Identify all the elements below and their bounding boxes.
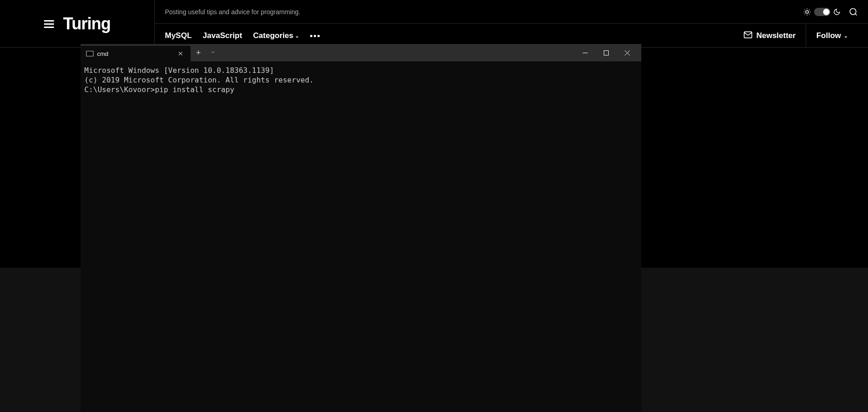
svg-line-4 <box>809 14 809 14</box>
svg-line-7 <box>805 14 805 14</box>
maximize-button[interactable] <box>595 46 617 60</box>
chevron-down-icon: ⌄ <box>295 33 299 39</box>
minimize-button[interactable] <box>574 46 595 60</box>
nav-item-mysql[interactable]: MySQL <box>165 31 192 40</box>
nav-right: Newsletter Follow ⌄ <box>733 24 858 48</box>
theme-toggle-switch[interactable] <box>814 8 830 16</box>
terminal-window: cmd ✕ + Microsoft Windows [Ver <box>81 44 641 412</box>
header-left: Turing <box>0 0 155 48</box>
svg-line-8 <box>809 9 809 10</box>
terminal-line: Microsoft Windows [Version 10.0.18363.11… <box>84 66 638 76</box>
terminal-tab-cmd[interactable]: cmd ✕ <box>81 46 191 61</box>
site-logo[interactable]: Turing <box>63 14 110 33</box>
nav-left: MySQL JavaScript Categories ⌄ <box>165 31 320 40</box>
svg-point-9 <box>850 8 856 14</box>
tab-dropdown-icon[interactable] <box>207 49 219 56</box>
moon-icon <box>833 8 841 16</box>
svg-rect-12 <box>583 53 588 53</box>
svg-point-0 <box>806 11 808 13</box>
terminal-tabs: cmd ✕ + <box>81 44 219 61</box>
site-header: Turing Posting useful tips and advice fo… <box>0 0 868 48</box>
tagline-row: Posting useful tips and advice for progr… <box>155 0 868 24</box>
follow-label: Follow <box>816 31 841 40</box>
more-menu-icon[interactable] <box>310 35 320 37</box>
tagline-text: Posting useful tips and advice for progr… <box>165 8 300 16</box>
newsletter-label: Newsletter <box>756 31 796 40</box>
tab-close-icon[interactable]: ✕ <box>176 49 185 58</box>
new-tab-button[interactable]: + <box>191 48 207 58</box>
mail-icon <box>743 30 753 42</box>
svg-line-10 <box>855 13 857 15</box>
tab-title: cmd <box>97 50 109 57</box>
theme-toggle <box>803 8 841 16</box>
nav-label: Categories <box>253 31 294 40</box>
nav-item-javascript[interactable]: JavaScript <box>203 31 242 40</box>
svg-rect-13 <box>604 50 608 55</box>
window-controls <box>574 46 638 60</box>
nav-label: JavaScript <box>203 31 242 40</box>
header-main: Posting useful tips and advice for progr… <box>155 0 868 48</box>
terminal-line: C:\Users\Kovoor>pip install scrapy <box>84 85 638 95</box>
sun-icon <box>803 8 811 16</box>
terminal-body[interactable]: Microsoft Windows [Version 10.0.18363.11… <box>81 61 641 412</box>
follow-button[interactable]: Follow ⌄ <box>806 24 858 48</box>
nav-item-categories[interactable]: Categories ⌄ <box>253 31 300 40</box>
chevron-down-icon: ⌄ <box>844 33 848 39</box>
newsletter-button[interactable]: Newsletter <box>733 24 806 48</box>
cmd-icon <box>86 51 93 56</box>
search-icon[interactable] <box>849 7 858 16</box>
close-button[interactable] <box>617 46 638 60</box>
terminal-titlebar[interactable]: cmd ✕ + <box>81 44 641 61</box>
tagline-right <box>803 7 858 16</box>
terminal-line: (c) 2019 Microsoft Corporation. All righ… <box>84 76 638 85</box>
nav-label: MySQL <box>165 31 192 40</box>
hamburger-icon[interactable] <box>44 20 54 28</box>
svg-line-3 <box>805 9 805 10</box>
